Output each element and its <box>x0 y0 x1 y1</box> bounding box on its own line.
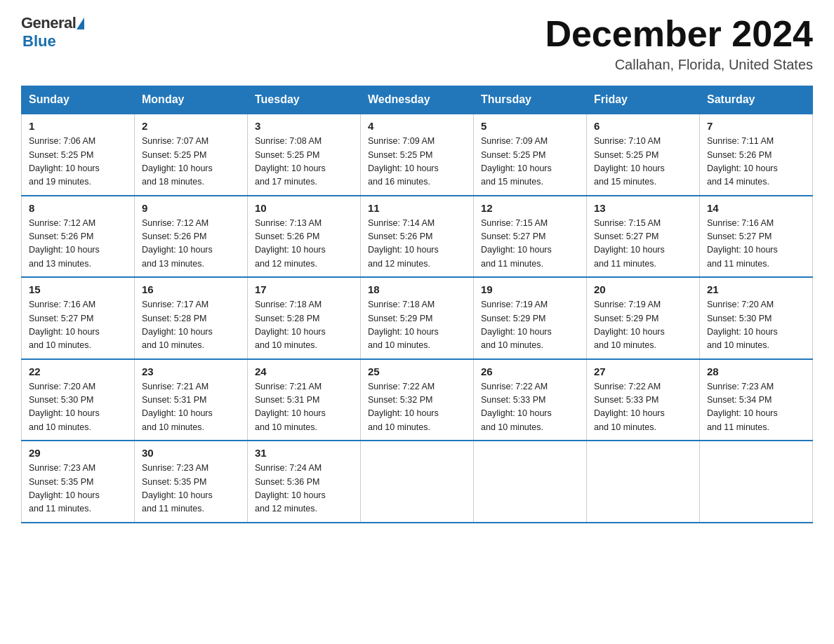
calendar-cell: 3Sunrise: 7:08 AMSunset: 5:25 PMDaylight… <box>248 114 361 196</box>
col-saturday: Saturday <box>700 86 813 114</box>
day-number: 19 <box>481 283 579 295</box>
calendar-cell: 22Sunrise: 7:20 AMSunset: 5:30 PMDayligh… <box>22 359 135 441</box>
week-row-5: 29Sunrise: 7:23 AMSunset: 5:35 PMDayligh… <box>22 441 813 523</box>
calendar-cell: 9Sunrise: 7:12 AMSunset: 5:26 PMDaylight… <box>135 196 248 278</box>
day-info: Sunrise: 7:20 AMSunset: 5:30 PMDaylight:… <box>29 382 100 432</box>
day-number: 4 <box>368 120 466 132</box>
calendar-cell: 25Sunrise: 7:22 AMSunset: 5:32 PMDayligh… <box>361 359 474 441</box>
calendar-cell: 16Sunrise: 7:17 AMSunset: 5:28 PMDayligh… <box>135 277 248 359</box>
logo: General Blue <box>21 14 85 51</box>
title-area: December 2024 Callahan, Florida, United … <box>545 14 813 73</box>
day-number: 8 <box>29 202 127 214</box>
day-info: Sunrise: 7:11 AMSunset: 5:26 PMDaylight:… <box>707 136 778 187</box>
day-number: 10 <box>255 202 353 214</box>
day-info: Sunrise: 7:14 AMSunset: 5:26 PMDaylight:… <box>368 218 439 269</box>
col-tuesday: Tuesday <box>248 86 361 114</box>
calendar-cell: 8Sunrise: 7:12 AMSunset: 5:26 PMDaylight… <box>22 196 135 278</box>
day-number: 12 <box>481 202 579 214</box>
calendar-cell: 11Sunrise: 7:14 AMSunset: 5:26 PMDayligh… <box>361 196 474 278</box>
day-number: 26 <box>481 365 579 377</box>
day-info: Sunrise: 7:12 AMSunset: 5:26 PMDaylight:… <box>29 218 100 269</box>
logo-general-text: General <box>21 14 76 32</box>
day-number: 16 <box>142 283 240 295</box>
calendar-cell: 21Sunrise: 7:20 AMSunset: 5:30 PMDayligh… <box>700 277 813 359</box>
day-info: Sunrise: 7:23 AMSunset: 5:34 PMDaylight:… <box>707 382 778 432</box>
calendar-cell: 12Sunrise: 7:15 AMSunset: 5:27 PMDayligh… <box>474 196 587 278</box>
logo-triangle-icon <box>77 18 84 29</box>
day-info: Sunrise: 7:22 AMSunset: 5:32 PMDaylight:… <box>368 382 439 432</box>
calendar-cell: 14Sunrise: 7:16 AMSunset: 5:27 PMDayligh… <box>700 196 813 278</box>
week-row-3: 15Sunrise: 7:16 AMSunset: 5:27 PMDayligh… <box>22 277 813 359</box>
day-info: Sunrise: 7:19 AMSunset: 5:29 PMDaylight:… <box>481 300 552 350</box>
day-number: 27 <box>594 365 692 377</box>
calendar-cell: 1Sunrise: 7:06 AMSunset: 5:25 PMDaylight… <box>22 114 135 196</box>
day-number: 15 <box>29 283 127 295</box>
day-number: 17 <box>255 283 353 295</box>
calendar-cell: 7Sunrise: 7:11 AMSunset: 5:26 PMDaylight… <box>700 114 813 196</box>
calendar-cell: 13Sunrise: 7:15 AMSunset: 5:27 PMDayligh… <box>587 196 700 278</box>
calendar-cell: 15Sunrise: 7:16 AMSunset: 5:27 PMDayligh… <box>22 277 135 359</box>
day-number: 13 <box>594 202 692 214</box>
day-number: 29 <box>29 447 127 459</box>
day-info: Sunrise: 7:20 AMSunset: 5:30 PMDaylight:… <box>707 300 778 350</box>
calendar-cell: 23Sunrise: 7:21 AMSunset: 5:31 PMDayligh… <box>135 359 248 441</box>
day-number: 18 <box>368 283 466 295</box>
day-info: Sunrise: 7:06 AMSunset: 5:25 PMDaylight:… <box>29 136 100 187</box>
col-friday: Friday <box>587 86 700 114</box>
calendar-header-row: Sunday Monday Tuesday Wednesday Thursday… <box>22 86 813 114</box>
calendar-cell: 30Sunrise: 7:23 AMSunset: 5:35 PMDayligh… <box>135 441 248 523</box>
day-info: Sunrise: 7:18 AMSunset: 5:29 PMDaylight:… <box>368 300 439 350</box>
location-subtitle: Callahan, Florida, United States <box>545 57 813 73</box>
day-number: 25 <box>368 365 466 377</box>
day-number: 3 <box>255 120 353 132</box>
day-number: 9 <box>142 202 240 214</box>
calendar-cell: 28Sunrise: 7:23 AMSunset: 5:34 PMDayligh… <box>700 359 813 441</box>
day-info: Sunrise: 7:12 AMSunset: 5:26 PMDaylight:… <box>142 218 213 269</box>
day-number: 5 <box>481 120 579 132</box>
logo-blue-text: Blue <box>22 32 56 50</box>
day-info: Sunrise: 7:16 AMSunset: 5:27 PMDaylight:… <box>29 300 100 350</box>
calendar-table: Sunday Monday Tuesday Wednesday Thursday… <box>21 86 813 523</box>
calendar-cell: 31Sunrise: 7:24 AMSunset: 5:36 PMDayligh… <box>248 441 361 523</box>
col-monday: Monday <box>135 86 248 114</box>
calendar-cell <box>361 441 474 523</box>
day-info: Sunrise: 7:15 AMSunset: 5:27 PMDaylight:… <box>594 218 665 269</box>
day-info: Sunrise: 7:10 AMSunset: 5:25 PMDaylight:… <box>594 136 665 187</box>
day-number: 11 <box>368 202 466 214</box>
day-info: Sunrise: 7:21 AMSunset: 5:31 PMDaylight:… <box>255 382 326 432</box>
calendar-cell: 19Sunrise: 7:19 AMSunset: 5:29 PMDayligh… <box>474 277 587 359</box>
calendar-cell: 17Sunrise: 7:18 AMSunset: 5:28 PMDayligh… <box>248 277 361 359</box>
day-info: Sunrise: 7:22 AMSunset: 5:33 PMDaylight:… <box>481 382 552 432</box>
day-info: Sunrise: 7:07 AMSunset: 5:25 PMDaylight:… <box>142 136 213 187</box>
day-number: 23 <box>142 365 240 377</box>
calendar-cell <box>700 441 813 523</box>
day-number: 22 <box>29 365 127 377</box>
calendar-cell: 27Sunrise: 7:22 AMSunset: 5:33 PMDayligh… <box>587 359 700 441</box>
day-info: Sunrise: 7:09 AMSunset: 5:25 PMDaylight:… <box>368 136 439 187</box>
calendar-cell <box>474 441 587 523</box>
calendar-cell: 4Sunrise: 7:09 AMSunset: 5:25 PMDaylight… <box>361 114 474 196</box>
week-row-2: 8Sunrise: 7:12 AMSunset: 5:26 PMDaylight… <box>22 196 813 278</box>
col-wednesday: Wednesday <box>361 86 474 114</box>
col-sunday: Sunday <box>22 86 135 114</box>
day-number: 7 <box>707 120 805 132</box>
day-number: 24 <box>255 365 353 377</box>
day-info: Sunrise: 7:22 AMSunset: 5:33 PMDaylight:… <box>594 382 665 432</box>
day-info: Sunrise: 7:23 AMSunset: 5:35 PMDaylight:… <box>142 463 213 514</box>
day-info: Sunrise: 7:21 AMSunset: 5:31 PMDaylight:… <box>142 382 213 432</box>
week-row-4: 22Sunrise: 7:20 AMSunset: 5:30 PMDayligh… <box>22 359 813 441</box>
calendar-cell: 2Sunrise: 7:07 AMSunset: 5:25 PMDaylight… <box>135 114 248 196</box>
day-number: 31 <box>255 447 353 459</box>
day-info: Sunrise: 7:08 AMSunset: 5:25 PMDaylight:… <box>255 136 326 187</box>
calendar-cell: 10Sunrise: 7:13 AMSunset: 5:26 PMDayligh… <box>248 196 361 278</box>
day-number: 30 <box>142 447 240 459</box>
month-title: December 2024 <box>545 14 813 54</box>
day-info: Sunrise: 7:24 AMSunset: 5:36 PMDaylight:… <box>255 463 326 514</box>
day-info: Sunrise: 7:13 AMSunset: 5:26 PMDaylight:… <box>255 218 326 269</box>
day-number: 21 <box>707 283 805 295</box>
calendar-cell <box>587 441 700 523</box>
day-info: Sunrise: 7:19 AMSunset: 5:29 PMDaylight:… <box>594 300 665 350</box>
day-number: 28 <box>707 365 805 377</box>
day-info: Sunrise: 7:18 AMSunset: 5:28 PMDaylight:… <box>255 300 326 350</box>
col-thursday: Thursday <box>474 86 587 114</box>
